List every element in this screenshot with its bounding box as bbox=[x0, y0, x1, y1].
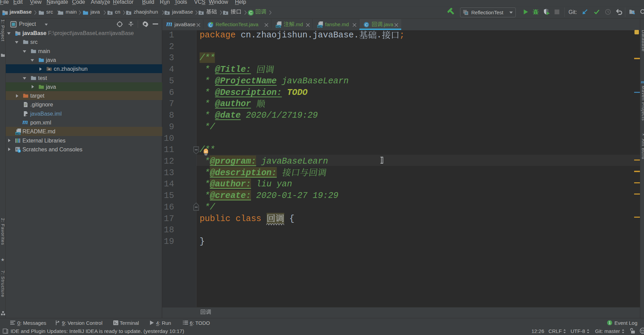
svg-text:C: C bbox=[249, 10, 252, 15]
svg-text:1: 1 bbox=[609, 321, 611, 325]
svg-text:MD: MD bbox=[276, 25, 281, 28]
svg-text:MD: MD bbox=[16, 132, 20, 135]
svg-text:C: C bbox=[365, 22, 368, 27]
svg-text:MD: MD bbox=[318, 25, 322, 28]
